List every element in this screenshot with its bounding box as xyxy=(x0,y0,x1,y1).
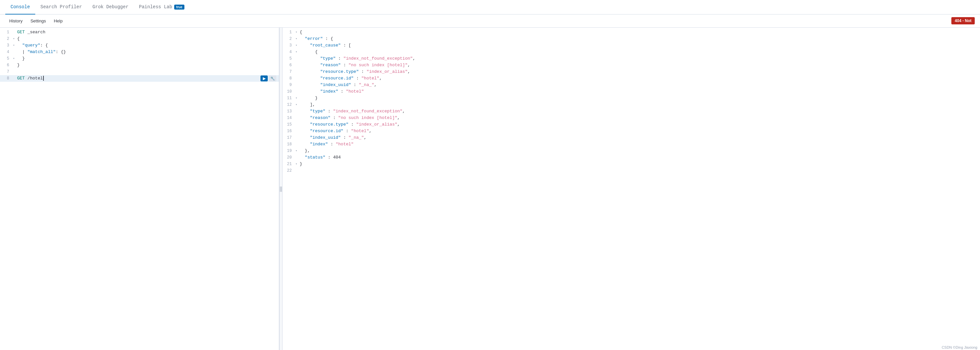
nav-settings[interactable]: Settings xyxy=(26,14,50,28)
run-icon: ▶ xyxy=(263,76,266,81)
tab-grok-debugger[interactable]: Grok Debugger xyxy=(87,0,134,14)
footer-text: CSDN ©Ding Jiaxiong xyxy=(942,345,977,349)
wrench-icon: 🔧 xyxy=(270,77,275,81)
table-row: 3 ▾ "root_cause" : [ xyxy=(283,42,980,49)
table-row: 4 ▾ { xyxy=(283,49,980,55)
table-row: 11 ▾ } xyxy=(283,95,980,102)
tab-painless-lab-label: Painless Lab xyxy=(139,4,172,10)
tab-grok-debugger-label: Grok Debugger xyxy=(92,4,129,10)
tab-console-label: Console xyxy=(11,4,30,10)
table-row: 1 ▾ { xyxy=(283,29,980,35)
table-row: 5 ▾ } xyxy=(0,55,279,62)
line-actions: ▶ 🔧 xyxy=(261,75,276,82)
panel-divider[interactable]: ‖ xyxy=(279,28,283,350)
editor-container: 1 GET _search 2 ▾ { 3 ▾ "query": { 4 | " xyxy=(0,28,980,350)
table-row: 15 "resource.type" : "index_or_alias", xyxy=(283,121,980,128)
table-row: 10 "index" : "hotel" xyxy=(283,88,980,95)
table-row: 6 "reason" : "no such index [hotel]", xyxy=(283,62,980,69)
table-row: 9 "index_uuid" : "_na_", xyxy=(283,82,980,88)
table-row: 13 "type" : "index_not_found_exception", xyxy=(283,108,980,115)
right-editor-panel: 1 ▾ { 2 ▾ "error" : { 3 ▾ "root_cause" :… xyxy=(283,28,980,350)
table-row: 3 ▾ "query": { xyxy=(0,42,279,49)
table-row: 2 ▾ { xyxy=(0,35,279,42)
tab-search-profiler-label: Search Profiler xyxy=(40,4,82,10)
table-row: 12 ▾ ], xyxy=(283,102,980,108)
table-row: 2 ▾ "error" : { xyxy=(283,35,980,42)
tab-search-profiler[interactable]: Search Profiler xyxy=(35,0,87,14)
status-badge-wrapper: 404 - Not xyxy=(951,18,975,23)
table-row: 7 xyxy=(0,69,279,75)
nav-history[interactable]: History xyxy=(5,14,26,28)
table-row: 1 GET _search xyxy=(0,29,279,35)
status-badge: 404 - Not xyxy=(951,17,975,24)
wrench-button[interactable]: 🔧 xyxy=(269,75,276,82)
left-code-editor[interactable]: 1 GET _search 2 ▾ { 3 ▾ "query": { 4 | " xyxy=(0,28,279,350)
table-row: 20 "status" : 404 xyxy=(283,154,980,161)
table-row: 4 | "match_all": {} xyxy=(0,49,279,55)
table-row: 6 } xyxy=(0,62,279,69)
left-editor-panel: 1 GET _search 2 ▾ { 3 ▾ "query": { 4 | " xyxy=(0,28,279,350)
tab-painless-lab[interactable]: Painless Lab true xyxy=(134,0,190,14)
footer: CSDN ©Ding Jiaxiong xyxy=(939,345,980,350)
divider-icon: ‖ xyxy=(279,185,283,192)
table-row: 22 xyxy=(283,168,980,174)
table-row: 17 "index_uuid" : "_na_", xyxy=(283,134,980,141)
top-navigation: Console Search Profiler Grok Debugger Pa… xyxy=(0,0,980,14)
tab-console[interactable]: Console xyxy=(5,0,35,14)
nav-help[interactable]: Help xyxy=(50,14,67,28)
table-row: 8 GET /hotel ▶ 🔧 xyxy=(0,75,279,82)
table-row: 5 "type" : "index_not_found_exception", xyxy=(283,55,980,62)
table-row: 8 "resource.id" : "hotel", xyxy=(283,75,980,82)
table-row: 18 "index" : "hotel" xyxy=(283,141,980,148)
secondary-navigation: History Settings Help 404 - Not xyxy=(0,14,980,28)
table-row: 19 ▾ }, xyxy=(283,148,980,154)
table-row: 14 "reason" : "no such index [hotel]", xyxy=(283,115,980,121)
right-code-editor[interactable]: 1 ▾ { 2 ▾ "error" : { 3 ▾ "root_cause" :… xyxy=(283,28,980,350)
table-row: 16 "resource.id" : "hotel", xyxy=(283,128,980,134)
table-row: 21 ▾ } xyxy=(283,161,980,168)
run-button[interactable]: ▶ xyxy=(261,75,268,82)
beta-badge: true xyxy=(174,5,185,10)
table-row: 7 "resource.type" : "index_or_alias", xyxy=(283,69,980,75)
